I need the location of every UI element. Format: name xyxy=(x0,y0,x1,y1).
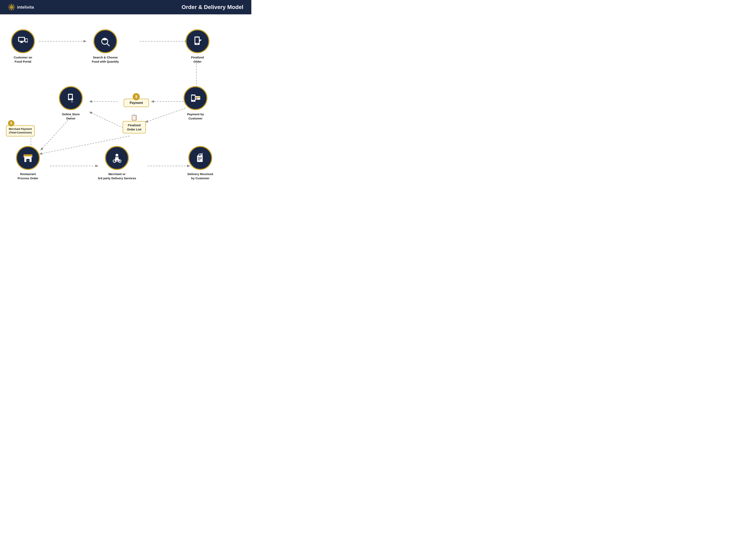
node-online-store: Online StoreOwner xyxy=(59,86,83,120)
svg-rect-20 xyxy=(21,42,22,42)
restaurant-icon xyxy=(16,146,40,170)
svg-line-12 xyxy=(90,112,126,129)
svg-point-28 xyxy=(104,38,105,39)
svg-rect-30 xyxy=(195,38,199,43)
search-food-label: Search & ChooseFood with Quantity xyxy=(92,55,119,64)
svg-line-11 xyxy=(146,108,185,122)
node-finalized-order: FinalizedOrder xyxy=(185,29,210,64)
svg-rect-19 xyxy=(19,38,24,41)
payment-badge: $ Payment xyxy=(124,93,149,107)
node-restaurant: RestaurantProcess Order xyxy=(16,146,40,180)
svg-point-47 xyxy=(116,154,118,157)
node-customer-portal: Customer onFood Portal xyxy=(11,29,35,64)
svg-point-35 xyxy=(71,98,73,101)
svg-point-38 xyxy=(193,101,194,101)
delivery-label: Merchant or3rd party Delivery Services xyxy=(98,172,136,180)
svg-point-45 xyxy=(28,160,28,161)
online-store-icon xyxy=(59,86,83,110)
svg-line-15 xyxy=(41,116,72,150)
svg-rect-41 xyxy=(196,99,197,99)
svg-point-34 xyxy=(70,99,71,100)
main-diagram: Customer onFood Portal Search & ChooseFo… xyxy=(0,14,251,187)
svg-rect-40 xyxy=(195,97,200,98)
delivery-received-icon xyxy=(188,146,212,170)
online-store-label: Online StoreOwner xyxy=(62,112,80,120)
svg-rect-37 xyxy=(192,96,195,100)
logo-text: intelivita xyxy=(17,5,34,9)
svg-rect-23 xyxy=(25,39,27,41)
customer-portal-icon xyxy=(11,29,35,53)
payment-badge-label: Payment xyxy=(130,101,143,104)
svg-rect-33 xyxy=(69,95,72,99)
order-list-badge: 📋 FinalizedOrder List xyxy=(123,114,146,134)
logo-area: intelivita xyxy=(8,4,34,11)
node-search-food: Search & ChooseFood with Quantity xyxy=(92,29,119,64)
page-title: Order & Delivery Model xyxy=(181,4,243,11)
payment-customer-label: Payment byCustomer xyxy=(187,112,204,120)
finalized-order-icon xyxy=(185,29,210,53)
svg-line-26 xyxy=(107,43,109,46)
header: intelivita Order & Delivery Model xyxy=(0,0,251,14)
search-food-icon xyxy=(93,29,117,53)
svg-point-24 xyxy=(26,42,27,42)
delivery-received-label: Delivery Receivedby Customer xyxy=(187,172,213,180)
node-payment-customer: Payment byCustomer xyxy=(183,86,207,120)
restaurant-label: RestaurantProcess Order xyxy=(18,172,38,180)
payment-customer-icon xyxy=(183,86,207,110)
svg-rect-21 xyxy=(20,42,23,43)
svg-rect-46 xyxy=(23,154,32,156)
delivery-icon xyxy=(105,146,129,170)
node-delivery-received: Delivery Receivedby Customer xyxy=(187,146,213,180)
finalized-order-label: FinalizedOrder xyxy=(191,55,204,64)
logo-icon xyxy=(8,4,15,11)
merchant-payment-badge: $ Merchant Payment(Total-Commision) xyxy=(6,120,35,136)
node-delivery: Merchant or3rd party Delivery Services xyxy=(98,146,136,180)
customer-portal-label: Customer onFood Portal xyxy=(14,55,32,64)
svg-point-5 xyxy=(11,6,12,8)
svg-point-31 xyxy=(197,43,197,44)
